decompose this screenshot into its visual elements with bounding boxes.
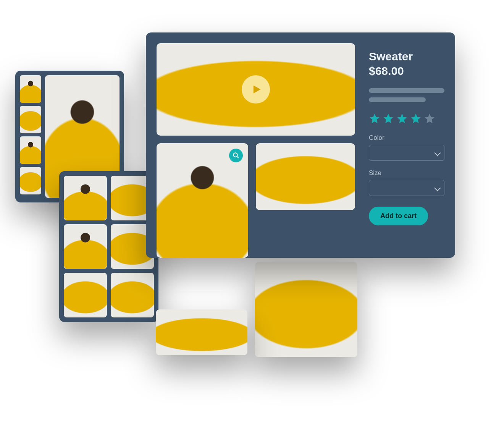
add-to-cart-button[interactable]: Add to cart [369, 207, 428, 225]
description-placeholder [369, 97, 426, 102]
play-icon[interactable] [242, 75, 270, 104]
product-panel: Sweater $68.00 Color Size Add to cart [146, 32, 455, 258]
grid-tile[interactable] [64, 224, 107, 269]
thumbnail[interactable] [20, 136, 41, 164]
zoom-icon[interactable] [229, 149, 243, 162]
product-image-front[interactable] [157, 143, 248, 258]
grid-tile[interactable] [64, 273, 107, 317]
product-info: Sweater $68.00 Color Size Add to cart [369, 43, 444, 258]
svg-line-1 [237, 156, 239, 158]
star-icon [383, 113, 394, 124]
color-label: Color [369, 134, 444, 142]
product-image-back[interactable] [255, 262, 357, 357]
product-image-side[interactable] [256, 143, 355, 210]
star-icon [369, 113, 380, 124]
size-label: Size [369, 169, 444, 177]
rating-stars [369, 113, 444, 124]
color-select[interactable] [369, 145, 444, 161]
size-select[interactable] [369, 180, 444, 196]
product-image-detail[interactable] [156, 309, 247, 355]
grid-tile[interactable] [111, 273, 154, 317]
star-icon [424, 113, 435, 124]
product-price: $68.00 [369, 65, 444, 78]
star-icon [396, 113, 408, 124]
thumbnail-column [20, 75, 41, 198]
svg-point-0 [233, 153, 237, 157]
product-media-column [157, 43, 355, 258]
product-title: Sweater [369, 50, 444, 63]
thumbnail[interactable] [20, 167, 41, 194]
grid-tile[interactable] [64, 176, 107, 220]
thumbnail[interactable] [20, 75, 41, 103]
thumbnail[interactable] [20, 106, 41, 133]
product-hero-video[interactable] [157, 43, 355, 136]
gallery-grid-panel [59, 171, 158, 322]
star-icon [410, 113, 422, 124]
description-placeholder [369, 88, 444, 93]
